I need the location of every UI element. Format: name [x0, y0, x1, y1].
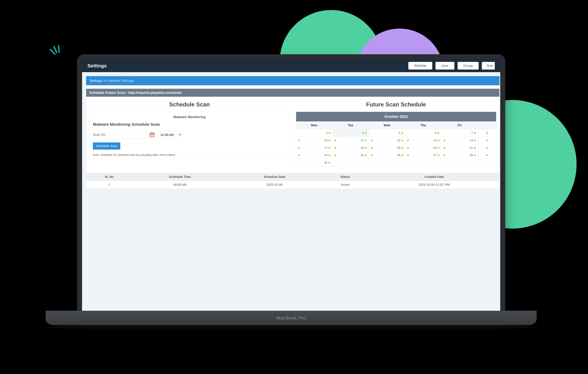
calendar-cell[interactable]: 21 — [441, 144, 478, 152]
calendar-cell[interactable]: 14 — [441, 137, 478, 144]
page-card: Schedule Future Scan - http://reports.ph… — [86, 85, 500, 189]
calendar-cell[interactable]: 3 — [296, 129, 333, 137]
calendar-cell[interactable] — [478, 144, 496, 152]
scan-date-input[interactable] — [109, 131, 147, 138]
calendar-cell[interactable]: 31 — [296, 159, 333, 166]
weekday-tue: Tue — [332, 121, 369, 129]
calendar-cell[interactable]: 18 — [332, 144, 369, 152]
breadcrumb-sep: >> — [103, 79, 107, 83]
table-header: Sr. No — [86, 173, 132, 181]
table-header: Schedule Time — [132, 173, 228, 181]
laptop-mockup: Settings Website User Group Sub Settings… — [69, 54, 514, 331]
table-cell: Active — [321, 181, 369, 189]
scan-time-select[interactable]: 12:30 AM — [158, 131, 182, 138]
malware-tab[interactable]: Malware Monitoring — [93, 115, 286, 119]
calendar-cell[interactable] — [369, 159, 405, 166]
weekday-fri: Fri — [441, 121, 478, 129]
calendar-cell[interactable]: 7 — [441, 129, 478, 137]
calendar-body: 34567010111213141718192021242526272831 — [296, 129, 496, 166]
calendar-cell[interactable]: 12 — [369, 137, 405, 144]
weekday-mon: Mon — [296, 121, 333, 129]
weekday-overflow — [478, 121, 496, 129]
table-row: 109:00 AM2022-10-08Active2022-10-04 12:5… — [86, 181, 499, 189]
calendar-cell[interactable]: 0 — [478, 129, 496, 137]
calendar-cell[interactable]: 19 — [369, 144, 405, 152]
table-header: Created Date — [369, 173, 499, 181]
svg-rect-1 — [151, 135, 152, 135]
table-cell: 2022-10-04 12:52: PM — [369, 181, 499, 189]
calendar-weekdays: Mon Tue Wed Thu Fri — [296, 121, 496, 129]
tab-user[interactable]: User — [435, 62, 454, 70]
table-header: Schedule Date — [228, 173, 321, 181]
page-title: Settings — [87, 63, 107, 69]
tab-group[interactable]: Group — [458, 62, 479, 70]
schedule-note: Note: Schedule On Demand scan by providi… — [93, 153, 286, 157]
calendar-cell[interactable]: 24 — [296, 152, 333, 159]
panel-header: Schedule Future Scan - http://reports.ph… — [86, 89, 499, 97]
table-cell: 1 — [86, 181, 132, 189]
calendar-cell[interactable]: 28 — [441, 152, 478, 159]
app-root: Settings Website User Group Sub Settings… — [82, 59, 500, 314]
breadcrumb-root[interactable]: Settings — [90, 79, 102, 83]
future-scan-heading: Future Scan Schedule — [296, 101, 496, 108]
calendar-cell[interactable]: 4 — [332, 129, 369, 137]
calendar-cell[interactable]: 26 — [369, 152, 405, 159]
topbar: Settings Website User Group Sub — [82, 59, 500, 72]
schedule-scan-heading: Schedule Scan — [89, 101, 290, 108]
calendar-cell[interactable] — [405, 159, 441, 166]
calendar-cell[interactable]: 10 — [296, 137, 333, 144]
calendar-cell[interactable]: 20 — [405, 144, 441, 152]
form-title: Malware Monitoring Schedule Scan — [93, 122, 286, 127]
table-header: Status — [321, 173, 369, 181]
calendar-icon[interactable] — [149, 132, 155, 138]
svg-rect-2 — [152, 135, 153, 135]
calendar-cell[interactable] — [478, 159, 496, 166]
weekday-wed: Wed — [369, 121, 405, 129]
tab-sub[interactable]: Sub — [482, 62, 495, 70]
calendar-cell[interactable]: 6 — [405, 129, 441, 137]
calendar-cell[interactable]: 11 — [332, 137, 369, 144]
breadcrumb-current[interactable]: Website Settings — [108, 79, 134, 83]
calendar-month: October 2022 — [296, 112, 496, 121]
calendar-cell[interactable] — [478, 137, 496, 144]
schedule-table: Sr. NoSchedule TimeSchedule DateStatusCr… — [86, 173, 499, 189]
decor-accent-strokes — [49, 44, 62, 56]
table-cell: 2022-10-08 — [228, 181, 321, 189]
laptop-shadow — [46, 323, 537, 331]
table-cell: 09:00 AM — [132, 181, 228, 189]
schedule-scan-card: Malware Monitoring Malware Monitoring Sc… — [89, 112, 290, 160]
calendar-cell[interactable]: 5 — [369, 129, 405, 137]
tab-website[interactable]: Website — [408, 62, 432, 70]
calendar-cell[interactable]: 13 — [405, 137, 441, 144]
calendar-cell[interactable]: 17 — [296, 144, 333, 152]
schedule-scan-button[interactable]: Schedule Scan — [93, 143, 120, 150]
calendar-cell[interactable] — [332, 159, 369, 166]
breadcrumb: Settings >> Website Settings — [86, 76, 500, 85]
calendar: October 2022 Mon Tue Wed Thu Fri — [296, 112, 496, 166]
calendar-cell[interactable]: 27 — [405, 152, 441, 159]
calendar-cell[interactable] — [441, 159, 478, 166]
scan-on-label: Scan On: — [93, 133, 107, 137]
laptop-label: MacBook Pro — [276, 315, 306, 321]
camera-dot — [290, 56, 292, 58]
calendar-cell[interactable]: 25 — [332, 152, 369, 159]
table-header-row: Sr. NoSchedule TimeSchedule DateStatusCr… — [86, 173, 499, 181]
calendar-cell[interactable] — [478, 152, 496, 159]
weekday-thu: Thu — [405, 121, 441, 129]
